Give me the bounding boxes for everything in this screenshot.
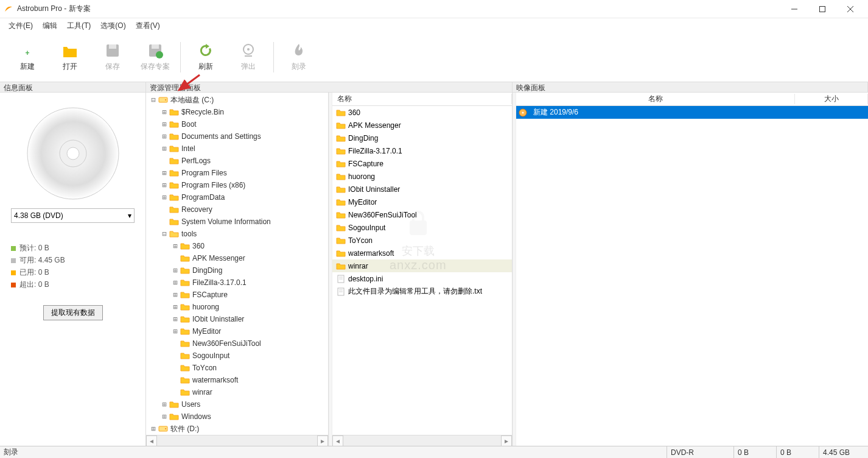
toolbtn-eject[interactable]: 弹出	[227, 37, 270, 78]
expand-icon[interactable]: ⊞	[172, 291, 179, 299]
tree-item[interactable]: watermarksoft	[146, 374, 328, 386]
minimize-button[interactable]	[780, 0, 808, 18]
file-row[interactable]: ToYcon	[332, 234, 512, 247]
file-hscrollbar[interactable]: ◂ ▸	[332, 435, 512, 446]
expand-icon[interactable]: ⊞	[172, 266, 179, 275]
expand-icon[interactable]: ⊞	[161, 193, 168, 202]
tree-item[interactable]: ⊞软件 (D:)	[146, 423, 328, 435]
toolbtn-refresh[interactable]: 刷新	[184, 37, 227, 78]
expand-icon[interactable]: ⊞	[161, 412, 168, 421]
file-column-header[interactable]: 名称	[332, 93, 512, 106]
image-column-header[interactable]: 名称 大小	[516, 93, 868, 106]
tree-item[interactable]: ⊞Program Files	[146, 167, 328, 179]
expand-icon[interactable]: ⊞	[172, 303, 179, 311]
file-row[interactable]: huorong	[332, 170, 512, 183]
tree-item[interactable]: ⊞huorong	[146, 301, 328, 313]
tree-item[interactable]: ⊞Users	[146, 398, 328, 410]
tree-item[interactable]: System Volume Information	[146, 216, 328, 228]
expand-icon[interactable]: ⊞	[172, 327, 179, 336]
tree-item[interactable]: ⊞MyEditor	[146, 325, 328, 337]
scroll-left-icon[interactable]: ◂	[332, 435, 343, 446]
tree-item[interactable]: Recovery	[146, 203, 328, 216]
scroll-right-icon[interactable]: ▸	[501, 435, 512, 446]
tree-item[interactable]: ⊞$Recycle.Bin	[146, 106, 328, 118]
image-row[interactable]: 新建 2019/9/6	[516, 106, 868, 119]
col-name[interactable]: 名称	[516, 94, 795, 104]
expand-icon[interactable]	[172, 376, 179, 384]
file-row[interactable]: DingDing	[332, 132, 512, 144]
image-list[interactable]: 新建 2019/9/6	[516, 106, 868, 446]
expand-icon[interactable]	[172, 351, 179, 360]
menu-3[interactable]: 选项(O)	[96, 19, 130, 32]
toolbtn-open[interactable]: 打开	[49, 37, 91, 78]
expand-icon[interactable]: ⊞	[161, 132, 168, 141]
toolbtn-save[interactable]: 保存	[91, 37, 134, 78]
tree-item[interactable]: SogouInput	[146, 350, 328, 362]
file-row[interactable]: winrar	[332, 259, 512, 272]
expand-icon[interactable]	[161, 205, 168, 214]
expand-icon[interactable]: ⊞	[161, 181, 168, 189]
folder-tree[interactable]: ⊟本地磁盘 (C:)⊞$Recycle.Bin⊞Boot⊞Documents a…	[146, 93, 328, 435]
close-button[interactable]	[836, 0, 864, 18]
expand-icon[interactable]: ⊞	[161, 120, 168, 129]
file-list[interactable]: 360APK MessengerDingDingFileZilla-3.17.0…	[332, 106, 512, 435]
expand-icon[interactable]	[172, 254, 179, 262]
expand-icon[interactable]: ⊞	[161, 169, 168, 177]
tree-item[interactable]: ⊞Intel	[146, 143, 328, 155]
extract-data-button[interactable]: 提取现有数据	[43, 305, 103, 320]
tree-item[interactable]: winrar	[146, 386, 328, 398]
expand-icon[interactable]: ⊞	[161, 144, 168, 153]
tree-item[interactable]: ToYcon	[146, 362, 328, 374]
expand-icon[interactable]: ⊞	[172, 315, 179, 323]
col-size[interactable]: 大小	[795, 94, 868, 104]
file-row[interactable]: SogouInput	[332, 221, 512, 234]
tree-item[interactable]: ⊞FSCapture	[146, 289, 328, 301]
toolbtn-save-project[interactable]: 保存专案	[134, 37, 177, 78]
expand-icon[interactable]: ⊟	[161, 230, 168, 238]
tree-item[interactable]: ⊞FileZilla-3.17.0.1	[146, 277, 328, 289]
menu-4[interactable]: 查看(V)	[131, 19, 165, 32]
file-row[interactable]: APK Messenger	[332, 119, 512, 132]
expand-icon[interactable]	[172, 364, 179, 372]
file-row[interactable]: FileZilla-3.17.0.1	[332, 144, 512, 157]
tree-item[interactable]: New360FenSuiJiTool	[146, 337, 328, 350]
expand-icon[interactable]: ⊞	[172, 242, 179, 250]
expand-icon[interactable]: ⊞	[161, 108, 168, 116]
expand-icon[interactable]	[161, 157, 168, 165]
tree-item[interactable]: ⊞ProgramData	[146, 191, 328, 203]
file-row[interactable]: FSCapture	[332, 157, 512, 170]
toolbtn-new[interactable]: +新建	[6, 37, 49, 78]
file-row[interactable]: 此文件目录为编辑常用工具，请勿删除.txt	[332, 285, 512, 298]
col-name[interactable]: 名称	[332, 94, 512, 104]
expand-icon[interactable]: ⊞	[150, 425, 157, 433]
expand-icon[interactable]	[161, 217, 168, 226]
expand-icon[interactable]: ⊞	[161, 400, 168, 409]
expand-icon[interactable]: ⊞	[172, 278, 179, 287]
tree-item[interactable]: ⊞360	[146, 240, 328, 252]
tree-item[interactable]: PerfLogs	[146, 155, 328, 167]
file-row[interactable]: desktop.ini	[332, 272, 512, 285]
tree-item[interactable]: APK Messenger	[146, 252, 328, 264]
tree-item[interactable]: ⊞Windows	[146, 410, 328, 423]
tree-item[interactable]: ⊟本地磁盘 (C:)	[146, 94, 328, 106]
menu-2[interactable]: 工具(T)	[62, 19, 96, 32]
file-row[interactable]: watermarksoft	[332, 247, 512, 259]
expand-icon[interactable]	[172, 388, 179, 396]
maximize-button[interactable]	[808, 0, 836, 18]
expand-icon[interactable]: ⊟	[150, 96, 157, 104]
menu-1[interactable]: 编辑	[38, 19, 62, 32]
tree-item[interactable]: ⊞Documents and Settings	[146, 130, 328, 143]
tree-item[interactable]: ⊞Boot	[146, 118, 328, 130]
tree-item[interactable]: ⊞DingDing	[146, 264, 328, 277]
file-row[interactable]: New360FenSuiJiTool	[332, 208, 512, 221]
file-row[interactable]: IObit Uninstaller	[332, 183, 512, 196]
tree-item[interactable]: ⊟tools	[146, 228, 328, 240]
tree-item[interactable]: ⊞IObit Uninstaller	[146, 313, 328, 325]
expand-icon[interactable]	[172, 339, 179, 348]
toolbtn-burn[interactable]: 刻录	[278, 37, 320, 78]
tree-item[interactable]: ⊞Program Files (x86)	[146, 179, 328, 191]
scroll-left-icon[interactable]: ◂	[146, 435, 157, 446]
menu-0[interactable]: 文件(E)	[4, 19, 38, 32]
file-row[interactable]: 360	[332, 106, 512, 119]
scroll-right-icon[interactable]: ▸	[317, 435, 328, 446]
